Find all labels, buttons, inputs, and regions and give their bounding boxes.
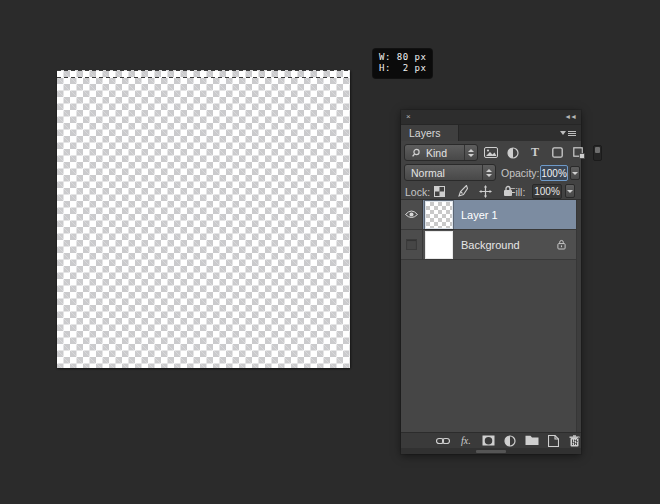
layer-row-layer1[interactable]: Layer 1 (401, 200, 576, 230)
layer-name[interactable]: Background (461, 239, 520, 251)
blend-mode-value: Normal (411, 167, 445, 179)
filter-kind-dropdown[interactable]: Kind (404, 144, 478, 161)
selection-marching-ants-top (57, 70, 350, 71)
lock-position-icon[interactable] (477, 184, 493, 198)
panel-bottom-edge[interactable] (401, 448, 581, 454)
tab-layers[interactable]: Layers (401, 125, 459, 141)
panel-footer-toolbar: fx. (401, 432, 581, 448)
dropdown-stepper-icon (482, 165, 495, 180)
chevron-down-icon (572, 172, 578, 175)
filter-shape-layers-icon[interactable] (549, 146, 565, 160)
lock-label: Lock: (405, 186, 430, 198)
filter-type-buttons: T (483, 144, 602, 161)
chevron-down-icon (567, 190, 573, 193)
visibility-cell[interactable] (401, 200, 423, 229)
visibility-off-box (406, 239, 417, 250)
layer-row-background[interactable]: Background (401, 230, 576, 260)
blend-mode-dropdown[interactable]: Normal (404, 164, 496, 181)
new-layer-icon[interactable] (548, 435, 560, 447)
panel-menu-button[interactable] (560, 125, 581, 141)
lock-transparency-icon[interactable] (431, 184, 447, 198)
layer-name[interactable]: Layer 1 (461, 209, 498, 221)
filter-kind-label: Kind (426, 147, 447, 159)
fill-input[interactable]: 100% (532, 184, 562, 199)
opacity-value: 100% (541, 168, 567, 179)
layer-thumbnail[interactable] (426, 202, 452, 228)
panel-controls: Kind T Normal (401, 141, 581, 199)
filter-smart-object-icon[interactable] (571, 146, 587, 160)
new-adjustment-layer-icon[interactable] (504, 435, 516, 447)
background-lock-icon (557, 239, 566, 250)
panel-drag-handle-icon (476, 450, 506, 453)
eye-icon (405, 210, 418, 219)
layer-thumbnail[interactable] (426, 232, 452, 258)
add-layer-mask-icon[interactable] (482, 435, 495, 447)
fill-label: Fill: (509, 186, 525, 198)
link-layers-icon[interactable] (436, 435, 450, 447)
document-canvas[interactable] (57, 71, 350, 368)
menu-lines-icon (568, 131, 576, 136)
lock-buttons (431, 183, 516, 199)
filter-pixel-layers-icon[interactable] (483, 146, 499, 160)
selection-marching-ants-bottom (57, 77, 350, 78)
collapse-panel-icon[interactable]: ◄◄ (564, 113, 576, 121)
new-group-icon[interactable] (525, 435, 539, 447)
layers-panel: × ◄◄ Layers Kind (401, 110, 581, 454)
fill-slider-arrow[interactable] (565, 184, 575, 198)
layer-list-scrollbar[interactable] (576, 200, 581, 432)
panel-topbar: × ◄◄ (401, 110, 581, 125)
panel-resize-grip[interactable] (571, 436, 580, 445)
lock-image-pixels-icon[interactable] (454, 184, 470, 198)
layer-list: Layer 1 Background (401, 199, 581, 432)
photoshop-workspace: W: 80 px H: 2 px × ◄◄ Layers Kind (0, 0, 660, 504)
filter-toggle-switch[interactable] (593, 145, 602, 161)
close-icon[interactable]: × (406, 113, 411, 121)
panel-tab-row: Layers (401, 125, 581, 141)
filter-type-layers-icon[interactable]: T (527, 146, 543, 160)
opacity-slider-arrow[interactable] (570, 166, 580, 180)
tooltip-width: W: 80 px (379, 52, 426, 62)
opacity-input[interactable]: 100% (540, 165, 568, 181)
visibility-cell[interactable] (401, 230, 423, 259)
fill-value: 100% (534, 186, 560, 197)
search-icon (408, 146, 424, 160)
opacity-label: Opacity: (501, 167, 540, 179)
filter-adjustment-layers-icon[interactable] (505, 146, 521, 160)
tab-layers-label: Layers (409, 127, 441, 139)
chevron-down-icon (560, 131, 566, 135)
layer-style-fx-icon[interactable]: fx. (459, 435, 473, 447)
selection-size-tooltip: W: 80 px H: 2 px (373, 49, 432, 78)
dropdown-stepper-icon (464, 145, 477, 160)
tooltip-height: H: 2 px (379, 63, 426, 73)
